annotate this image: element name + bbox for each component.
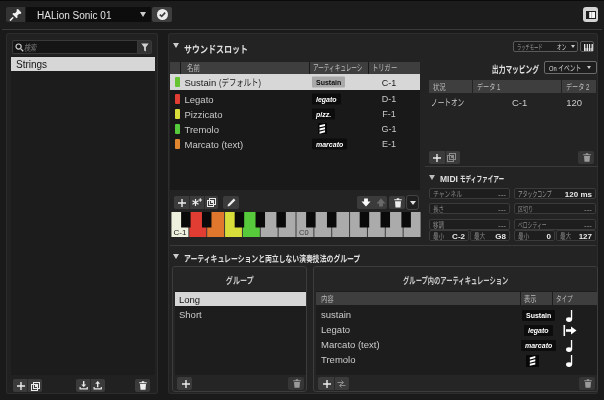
svg-text:C0: C0 bbox=[299, 228, 309, 237]
svg-text:C-1: C-1 bbox=[174, 228, 187, 237]
